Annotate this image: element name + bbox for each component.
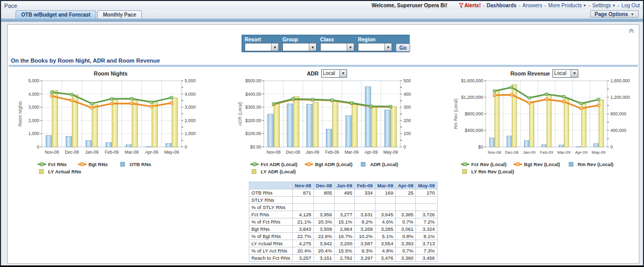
svg-text:800,000: 800,000 (610, 111, 626, 116)
bar-LY Actual RNs (92, 105, 98, 147)
table-cell: 3,713 (416, 240, 437, 247)
table-cell: 7.2% (416, 218, 437, 226)
legend-label: Fct Rev (Local) (471, 161, 506, 167)
chevron-down-icon[interactable]: ▼ (339, 70, 347, 77)
legend-Bgt RNs: Bgt RNs (78, 161, 108, 167)
table-row-label: STLY RNs (249, 197, 293, 204)
legend-Fct Rev (Local): Fct Rev (Local) (461, 161, 506, 167)
room-revenue-currency-select[interactable]: Local▼ (552, 69, 578, 78)
adr-legend: Fct ADR (Local)Bgt ADR (Local)ADR (Local… (237, 161, 417, 174)
table-cell: 25 (396, 189, 416, 197)
table-cell: 3,324 (416, 226, 437, 233)
bar-LY Rm Rev (Local) (564, 99, 569, 147)
nav-separator (517, 3, 522, 8)
chevron-down-icon[interactable]: ▼ (271, 43, 278, 51)
bar-Rm Rev (Local) (507, 136, 512, 147)
svg-text:Dec-08: Dec-08 (505, 150, 518, 155)
bar-LY Rm Rev (Local) (529, 102, 534, 147)
tab-monthly-pace[interactable]: Monthly Pace (97, 10, 142, 19)
bar-LY Actual RNs (132, 100, 138, 147)
filter-resort: Resort ▼ (245, 37, 279, 51)
table-row-label: Fct RNs (249, 211, 293, 218)
table-cell (292, 197, 313, 204)
bar-LY Actual RNs (152, 102, 158, 147)
svg-text:Mar-09: Mar-09 (557, 150, 571, 155)
svg-text:$300.00: $300.00 (245, 105, 261, 110)
nav-log-out[interactable]: Log Out (621, 3, 640, 8)
resort-select[interactable]: ▼ (245, 43, 279, 51)
legend-label: ADR (Local) (370, 161, 398, 167)
table-cell: 3,456 (416, 255, 437, 262)
table-column-header: May-09 (416, 182, 437, 189)
chart-title: Room Nights (94, 70, 127, 77)
table-row-label: LY Actual RNs (249, 240, 293, 247)
svg-text:400: 400 (403, 92, 411, 97)
filter-bar: Resort ▼ Group ▼ Class ▼ Region ▼ Go (242, 35, 410, 52)
table-cell: 8.1% (416, 233, 437, 240)
svg-text:400,000: 400,000 (610, 128, 626, 133)
group-select[interactable]: ▼ (282, 43, 317, 51)
alerts-link[interactable]: Alerts! (459, 3, 481, 8)
svg-text:3,000: 3,000 (185, 105, 196, 110)
legend-swatch-icon (38, 162, 46, 167)
table-cell: 0.8% (396, 233, 416, 240)
svg-text:Apr-09: Apr-09 (365, 150, 378, 155)
alerts-funnel-icon (459, 3, 463, 8)
table-row: % of Bgt RNs22.7%22.9%16.7%10.2%5.1%0.8%… (249, 233, 438, 240)
bar-ADR (Local) (385, 110, 391, 147)
table-column-header: Feb-09 (354, 182, 375, 189)
svg-text:Feb-09: Feb-09 (105, 150, 119, 155)
chevron-down-icon[interactable]: ▼ (571, 70, 578, 77)
nav-settings[interactable]: Settings▼ (592, 3, 616, 8)
chevron-down-icon[interactable]: ▼ (309, 43, 316, 51)
table-cell: 16.7% (334, 233, 354, 240)
nav-dashboards[interactable]: Dashboards (487, 3, 517, 8)
table-row-label: % of Bgt RNs (249, 233, 293, 240)
go-button[interactable]: Go (396, 43, 410, 52)
table-corner-cell (249, 182, 293, 189)
legend-swatch-icon (78, 162, 86, 167)
legend-swatch-icon (514, 162, 522, 167)
room-revenue-chart: Room Revenue Local▼ $0$400,000$800,000$1… (453, 69, 636, 174)
room-revenue-legend: Fct Rev (Local)Bgt Rev (Local)Rm Rev (Lo… (453, 161, 636, 174)
bar-LY Rm Rev (Local) (581, 103, 586, 147)
adr-currency-select[interactable]: Local▼ (321, 69, 347, 78)
bar-Rm Rev (Local) (576, 146, 581, 147)
svg-text:3,000: 3,000 (28, 105, 40, 110)
region-select[interactable]: ▼ (358, 43, 392, 51)
chevron-down-icon[interactable]: ▼ (347, 43, 354, 51)
nav-answers[interactable]: Answers (522, 3, 542, 8)
legend-swatch-icon (461, 169, 469, 174)
bar-ADR (Local) (267, 114, 273, 147)
class-select[interactable]: ▼ (320, 43, 354, 51)
svg-text:Rm Rev (Local): Rm Rev (Local) (453, 98, 458, 129)
table-row: STLY RNs (249, 197, 438, 204)
table-row-label: % of LY Act RNs (249, 247, 293, 255)
bar-ADR (Local) (365, 87, 371, 147)
table-row: % of STLY RNs (249, 204, 438, 211)
svg-text:0: 0 (610, 144, 613, 150)
tab-otb-budget-forecast[interactable]: OTB w/Budget and Forecast (16, 10, 96, 19)
nav-more-products[interactable]: More Products▼ (548, 3, 587, 8)
tab-bar: OTB w/Budget and Forecast Monthly Pace P… (1, 10, 643, 19)
legend-swatch-icon (567, 162, 576, 167)
collapse-section-icon[interactable] (628, 26, 635, 36)
svg-text:$0.00: $0.00 (250, 144, 262, 150)
bar-LY ADR (Local) (313, 102, 319, 147)
svg-text:Nov-08: Nov-08 (488, 150, 501, 155)
table-cell: 3,726 (416, 211, 437, 218)
chevron-down-icon[interactable]: ▼ (384, 43, 392, 51)
svg-text:Jan-09: Jan-09 (85, 150, 98, 155)
bar-Rm Rev (Local) (542, 145, 546, 147)
nav-separator (587, 3, 592, 8)
bar-LY ADR (Local) (391, 107, 397, 147)
svg-text:May-09: May-09 (164, 150, 179, 155)
legend-swatch-icon (461, 162, 469, 167)
legend-swatch-icon (250, 169, 259, 174)
table-cell: 10.2% (354, 233, 375, 240)
svg-text:Jan-09: Jan-09 (523, 150, 536, 155)
legend-Fct ADR (Local): Fct ADR (Local) (250, 161, 297, 167)
svg-text:$1,600,000: $1,600,000 (461, 78, 483, 83)
bar-LY Rm Rev (Local) (495, 90, 499, 147)
page-options-button[interactable]: Page Options▼ (590, 10, 639, 18)
